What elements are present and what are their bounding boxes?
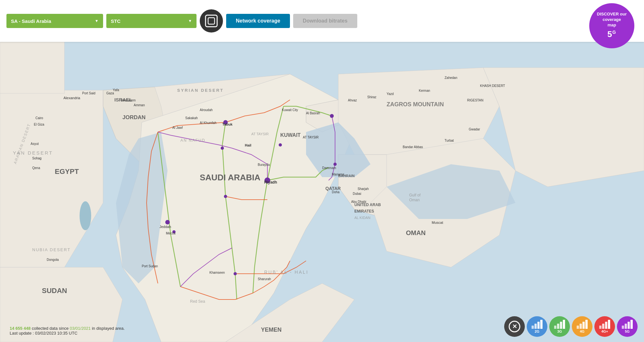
svg-text:AL KIDAN: AL KIDAN: [354, 216, 370, 220]
svg-text:Mecca: Mecca: [166, 232, 176, 235]
discover-circle[interactable]: DISCOVER our coverage map 5G: [589, 3, 634, 48]
last-update-line: Last update : 03/02/2023 10:35 UTC: [10, 331, 125, 336]
country-label: SA - Saudi Arabia: [11, 18, 51, 24]
app-logo: [200, 9, 223, 33]
svg-point-27: [221, 147, 224, 150]
in-area-text: in displayed area.: [92, 326, 125, 331]
map-area[interactable]: SYRIAN DESERT AN NAFUD ARABIAN DESERT YA…: [0, 42, 644, 342]
collected-count: 14 655 448: [10, 326, 31, 331]
legend-icon-4gplus: 4G+: [594, 316, 615, 337]
legend-item-2g[interactable]: 2G: [527, 316, 547, 337]
svg-text:ZAGROS MOUNTAIN: ZAGROS MOUNTAIN: [387, 101, 444, 108]
svg-text:Alroudah: Alroudah: [200, 108, 213, 112]
svg-text:Port Sudan: Port Sudan: [142, 264, 158, 268]
svg-text:YEMEN: YEMEN: [261, 327, 282, 333]
legend-icon-3g: 3G: [549, 316, 570, 337]
svg-text:Al Khumfah: Al Khumfah: [200, 121, 216, 125]
svg-text:OMAN: OMAN: [406, 229, 426, 236]
svg-text:Sharurah: Sharurah: [258, 277, 271, 281]
logo-svg: [204, 14, 219, 28]
svg-text:Port Said: Port Said: [82, 91, 95, 95]
legend-item-3g[interactable]: 3G: [549, 316, 570, 337]
legend-bar: ✕ 2G 3G: [504, 316, 638, 337]
svg-text:Jerusalem: Jerusalem: [121, 99, 136, 102]
network-coverage-button[interactable]: Network coverage: [226, 14, 290, 28]
date-since: 03/01/2021: [70, 326, 91, 331]
legend-icon-blocked: ✕: [504, 316, 525, 337]
svg-text:Al Jawf: Al Jawf: [172, 126, 183, 129]
svg-text:Abu Dhabi: Abu Dhabi: [351, 200, 366, 204]
svg-text:Gulf of: Gulf of: [409, 193, 421, 197]
svg-text:NUBIA DESERT: NUBIA DESERT: [32, 247, 71, 252]
operator-dropdown[interactable]: STC ▼: [106, 14, 197, 28]
last-update-label: Last update :: [10, 331, 34, 336]
last-update-value: 03/02/2023 10:35 UTC: [35, 331, 78, 336]
svg-text:AT TAYSIR: AT TAYSIR: [303, 136, 319, 139]
svg-text:Sakakah: Sakakah: [185, 116, 198, 120]
svg-rect-4: [0, 42, 64, 93]
5g-bar-chart: [622, 320, 633, 329]
svg-point-22: [165, 220, 170, 224]
bottom-info: 14 655 448 collected data since 03/01/20…: [10, 326, 125, 336]
4gplus-bar-chart: [599, 320, 610, 329]
svg-text:AN NAFUD: AN NAFUD: [180, 138, 205, 143]
3g-bar-chart: [554, 320, 565, 329]
3g-label: 3G: [557, 329, 562, 333]
svg-point-28: [279, 143, 282, 147]
svg-text:SUDAN: SUDAN: [42, 287, 67, 295]
svg-text:Qena: Qena: [32, 166, 40, 170]
map-svg: SYRIAN DESERT AN NAFUD ARABIAN DESERT YA…: [0, 42, 644, 342]
svg-text:RUB' AL - HALI: RUB' AL - HALI: [264, 270, 309, 275]
svg-text:Bandar Abbas: Bandar Abbas: [403, 145, 423, 149]
svg-text:SYRIAN DESERT: SYRIAN DESERT: [177, 88, 224, 93]
svg-text:KHASH DESERT: KHASH DESERT: [480, 84, 505, 88]
svg-point-24: [234, 272, 237, 275]
svg-point-18: [80, 201, 91, 230]
svg-text:Turbat: Turbat: [445, 139, 454, 142]
legend-item-blocked[interactable]: ✕: [504, 316, 525, 337]
svg-text:Kerman: Kerman: [419, 89, 430, 92]
download-bitrates-label: Download bitrates: [303, 18, 348, 24]
4g-bar-chart: [577, 320, 588, 329]
discover-line3: map: [608, 23, 616, 28]
svg-point-26: [333, 163, 337, 166]
legend-item-4gplus[interactable]: 4G+: [594, 316, 615, 337]
svg-text:Zahedan: Zahedan: [445, 76, 457, 80]
2g-label: 2G: [535, 329, 540, 333]
svg-text:Tabuk: Tabuk: [222, 122, 233, 126]
svg-text:Alexandria: Alexandria: [63, 96, 81, 100]
svg-point-20: [224, 195, 227, 198]
collected-text: collected data since: [32, 326, 69, 331]
svg-text:Dammam: Dammam: [322, 166, 336, 170]
svg-text:Dongola: Dongola: [47, 258, 59, 261]
svg-text:Sohag: Sohag: [32, 157, 42, 160]
discover-line1: DISCOVER our: [597, 12, 627, 17]
svg-text:Gwadar: Gwadar: [469, 128, 480, 131]
4g-label: 4G: [580, 329, 585, 333]
2g-bar-chart: [532, 320, 543, 329]
legend-icon-4g: 4G: [572, 316, 592, 337]
discover-line2: coverage: [602, 17, 621, 23]
legend-icon-2g: 2G: [527, 316, 547, 337]
header: SA - Saudi Arabia ▼ STC ▼ Network covera…: [0, 0, 644, 42]
svg-text:AT TAYSIR: AT TAYSIR: [251, 132, 269, 136]
svg-text:Gaza: Gaza: [106, 91, 114, 95]
svg-text:SAUDI ARABIA: SAUDI ARABIA: [200, 173, 260, 182]
svg-text:YAN DESERT: YAN DESERT: [13, 150, 53, 156]
svg-text:Asyut: Asyut: [31, 142, 39, 146]
svg-text:Ahvaz: Ahvaz: [348, 99, 357, 102]
blocked-x-icon: ✕: [512, 324, 517, 329]
svg-text:EGYPT: EGYPT: [55, 167, 79, 176]
blocked-circle: ✕: [509, 321, 520, 332]
svg-text:El Giza: El Giza: [34, 123, 44, 126]
legend-item-5g[interactable]: 5G: [617, 316, 638, 337]
country-dropdown[interactable]: SA - Saudi Arabia ▼: [6, 14, 103, 28]
svg-point-25: [330, 114, 334, 118]
svg-text:Shiraz: Shiraz: [367, 95, 376, 99]
download-bitrates-button[interactable]: Download bitrates: [293, 14, 357, 28]
legend-item-4g[interactable]: 4G: [572, 316, 592, 337]
svg-text:Cairo: Cairo: [35, 116, 43, 120]
svg-text:Dubai: Dubai: [353, 192, 361, 195]
svg-text:Doha: Doha: [332, 190, 340, 194]
collected-data-line: 14 655 448 collected data since 03/01/20…: [10, 326, 125, 331]
